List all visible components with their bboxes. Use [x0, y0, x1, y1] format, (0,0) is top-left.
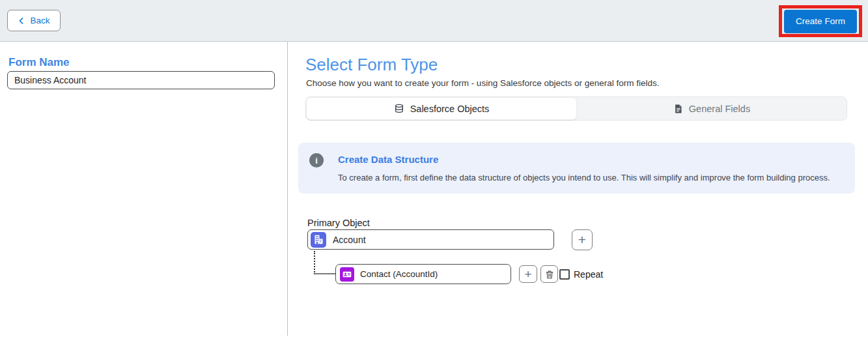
back-button[interactable]: Back — [7, 10, 61, 31]
page-subtitle: Choose how you want to create your form … — [306, 78, 660, 88]
primary-object-select[interactable]: Account — [307, 229, 554, 250]
form-name-input[interactable] — [7, 71, 275, 89]
tab-salesforce-objects[interactable]: Salesforce Objects — [306, 97, 577, 120]
child-object-select[interactable]: Contact (AccountId) — [335, 264, 511, 284]
trash-icon — [545, 270, 554, 279]
page-title: Select Form Type — [305, 55, 438, 75]
form-name-heading: Form Name — [8, 56, 70, 69]
contact-card-icon — [340, 267, 354, 282]
tree-connector-horizontal — [315, 273, 335, 274]
form-type-tabs: Salesforce Objects General Fields — [305, 96, 847, 121]
child-object-name: Contact (AccountId) — [360, 269, 438, 279]
top-bar: Back Create Form — [0, 0, 868, 42]
tab-label: General Fields — [689, 104, 750, 114]
delete-object-button[interactable] — [540, 265, 558, 283]
repeat-checkbox[interactable] — [559, 269, 570, 280]
tab-general-fields[interactable]: General Fields — [577, 97, 847, 120]
add-object-button[interactable]: + — [572, 229, 593, 250]
form-builder-screen: Back Create Form Form Name Select Form T… — [0, 0, 868, 350]
info-box-body: To create a form, first define the data … — [338, 173, 830, 182]
primary-object-name: Account — [333, 235, 366, 245]
info-icon: i — [309, 153, 324, 168]
annotation-highlight-box: Create Form — [779, 5, 862, 37]
back-button-label: Back — [30, 16, 49, 25]
repeat-checkbox-label: Repeat — [574, 269, 603, 280]
document-icon — [673, 104, 683, 114]
panel-divider — [287, 42, 288, 336]
add-child-object-button[interactable]: + — [519, 265, 537, 283]
database-icon — [394, 104, 404, 114]
info-box-title: Create Data Structure — [338, 154, 438, 165]
info-box: i Create Data Structure To create a form… — [298, 143, 855, 194]
account-building-icon — [311, 232, 326, 248]
tab-label: Salesforce Objects — [410, 104, 490, 114]
chevron-left-icon — [18, 17, 25, 25]
tree-connector-vertical — [314, 251, 315, 274]
create-form-button[interactable]: Create Form — [784, 10, 857, 33]
primary-object-label: Primary Object — [307, 218, 370, 228]
